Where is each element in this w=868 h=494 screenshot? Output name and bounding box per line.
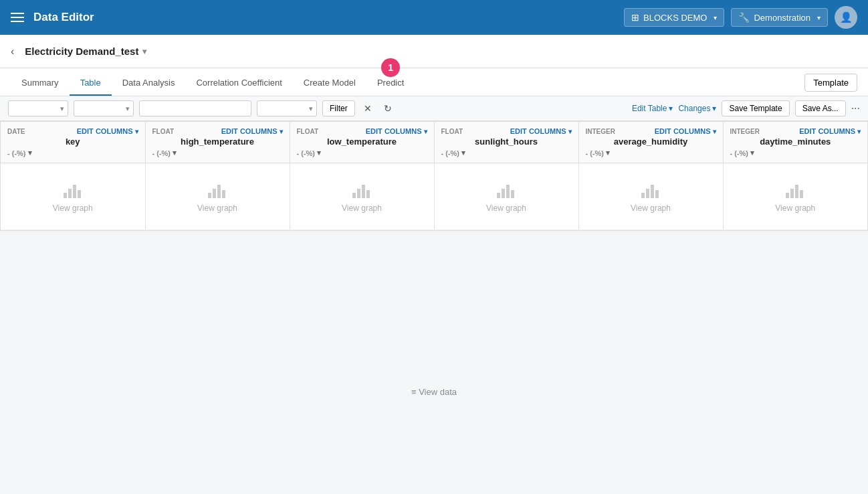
edit-columns-average_humidity[interactable]: Edit Columns ▾ xyxy=(655,127,716,135)
graph-cell-sunlight_hours[interactable]: View graph xyxy=(434,163,578,230)
refresh-button[interactable]: ↻ xyxy=(381,101,395,116)
hamburger-menu[interactable] xyxy=(11,13,24,22)
edit-columns-low_temperature[interactable]: Edit Columns ▾ xyxy=(366,127,427,135)
dataset-dropdown-arrow[interactable]: ▾ xyxy=(142,47,146,56)
save-template-button[interactable]: Save Template xyxy=(722,100,789,116)
app-title: Data Editor xyxy=(33,11,94,24)
col-type-key: DATE xyxy=(7,128,25,135)
chart-icon xyxy=(62,181,84,199)
tab-summary[interactable]: Summary xyxy=(11,71,70,96)
filter-select-3-wrap xyxy=(257,100,317,116)
svg-rect-1 xyxy=(68,189,72,198)
clear-filter-button[interactable]: ✕ xyxy=(360,101,375,116)
tab-data-analysis[interactable]: Data Analysis xyxy=(112,71,186,96)
view-graph-label: View graph xyxy=(631,203,671,213)
tab-create-model[interactable]: Create Model xyxy=(293,71,366,96)
more-options-button[interactable]: ··· xyxy=(851,102,860,114)
graph-cell-low_temperature[interactable]: View graph xyxy=(290,163,434,230)
svg-rect-15 xyxy=(511,190,514,198)
tabs-bar: Summary Table Data Analysis Correlation … xyxy=(0,68,868,96)
tab-predict[interactable]: 1 Predict xyxy=(366,56,415,96)
demonstration-pill[interactable]: 🔧 Demonstration ▾ xyxy=(731,8,828,27)
view-graph-label: View graph xyxy=(342,203,382,213)
chart-icon xyxy=(351,181,372,199)
svg-rect-17 xyxy=(646,189,649,198)
main-area: DATE Edit Columns ▾ key - (-%) ▾ FLOAT E… xyxy=(0,121,868,494)
filter-text-input[interactable] xyxy=(139,100,251,116)
col-name-low_temperature: low_temperature xyxy=(297,137,427,147)
filter-select-1[interactable] xyxy=(8,100,68,116)
blocks-demo-label: BLOCKS DEMO xyxy=(643,13,707,23)
col-type-high_temperature: FLOAT xyxy=(152,128,175,135)
filter-button[interactable]: Filter xyxy=(322,100,355,116)
svg-rect-20 xyxy=(786,193,789,198)
blocks-icon: ⊞ xyxy=(631,12,639,23)
col-type-low_temperature: FLOAT xyxy=(297,128,319,135)
changes-chevron: ▾ xyxy=(712,104,716,113)
col-header-sunlight_hours: FLOAT Edit Columns ▾ sunlight_hours - (-… xyxy=(434,122,578,163)
svg-rect-16 xyxy=(641,193,645,198)
filter-select-3[interactable] xyxy=(257,100,317,116)
demonstration-chevron: ▾ xyxy=(817,14,821,21)
col-header-average_humidity: INTEGER Edit Columns ▾ average_humidity … xyxy=(578,122,723,163)
top-nav: Data Editor ⊞ BLOCKS DEMO ▾ 🔧 Demonstrat… xyxy=(0,0,868,35)
tab-table[interactable]: Table xyxy=(70,71,112,96)
toolbar: Filter ✕ ↻ Edit Table ▾ Changes ▾ Save T… xyxy=(0,96,868,121)
chart-icon xyxy=(640,181,661,199)
col-name-daytime_minutes: daytime_minutes xyxy=(730,137,861,147)
col-stats-dd-low_temperature[interactable]: ▾ xyxy=(317,149,321,157)
svg-rect-10 xyxy=(362,185,365,198)
table-wrapper: DATE Edit Columns ▾ key - (-%) ▾ FLOAT E… xyxy=(0,121,868,231)
col-stats-dd-key[interactable]: ▾ xyxy=(28,149,32,157)
sub-nav: ‹ Electricity Demand_test ▾ xyxy=(0,35,868,68)
view-graph-label: View graph xyxy=(486,203,526,213)
col-stats-dd-sunlight_hours[interactable]: ▾ xyxy=(461,149,465,157)
blocks-demo-chevron: ▾ xyxy=(714,14,717,21)
graph-cell-key[interactable]: View graph xyxy=(1,163,145,230)
edit-columns-high_temperature[interactable]: Edit Columns ▾ xyxy=(221,127,283,135)
svg-rect-11 xyxy=(366,190,370,198)
col-type-daytime_minutes: INTEGER xyxy=(730,128,760,135)
back-button[interactable]: ‹ xyxy=(11,46,14,58)
chart-icon xyxy=(207,181,228,199)
col-header-high_temperature: FLOAT Edit Columns ▾ high_temperature - … xyxy=(145,122,290,163)
edit-table-button[interactable]: Edit Table ▾ xyxy=(632,104,673,113)
predict-badge: 1 xyxy=(381,58,400,77)
view-data-link[interactable]: ≡ View data xyxy=(411,387,457,397)
svg-rect-8 xyxy=(352,193,356,198)
svg-rect-18 xyxy=(651,185,654,198)
edit-columns-key[interactable]: Edit Columns ▾ xyxy=(77,127,138,135)
col-type-average_humidity: INTEGER xyxy=(586,128,615,135)
svg-rect-6 xyxy=(217,185,221,198)
save-as-button[interactable]: Save As... xyxy=(795,100,846,116)
col-stats-dd-daytime_minutes[interactable]: ▾ xyxy=(750,149,754,157)
graph-cell-average_humidity[interactable]: View graph xyxy=(578,163,723,230)
template-button[interactable]: Template xyxy=(804,74,857,92)
graph-cell-daytime_minutes[interactable]: View graph xyxy=(723,163,867,230)
graph-cell-high_temperature[interactable]: View graph xyxy=(145,163,290,230)
changes-button[interactable]: Changes ▾ xyxy=(678,104,716,113)
col-name-average_humidity: average_humidity xyxy=(586,137,716,147)
svg-rect-22 xyxy=(795,185,798,198)
tab-correlation-coefficient[interactable]: Correlation Coefficient xyxy=(185,71,292,96)
avatar-icon: 👤 xyxy=(840,11,853,23)
svg-rect-19 xyxy=(655,190,659,198)
edit-columns-daytime_minutes[interactable]: Edit Columns ▾ xyxy=(799,127,861,135)
edit-columns-sunlight_hours[interactable]: Edit Columns ▾ xyxy=(510,127,572,135)
wrench-icon: 🔧 xyxy=(738,12,750,23)
filter-select-2[interactable] xyxy=(74,100,134,116)
svg-rect-4 xyxy=(208,193,211,198)
svg-rect-13 xyxy=(502,189,505,198)
empty-area: ≡ View data xyxy=(0,231,868,494)
svg-rect-5 xyxy=(213,189,216,198)
col-name-high_temperature: high_temperature xyxy=(152,137,283,147)
avatar[interactable]: 👤 xyxy=(835,6,857,29)
filter-select-1-wrap xyxy=(8,100,68,116)
blocks-demo-pill[interactable]: ⊞ BLOCKS DEMO ▾ xyxy=(624,8,724,27)
col-header-key: DATE Edit Columns ▾ key - (-%) ▾ xyxy=(1,122,145,163)
col-stats-dd-high_temperature[interactable]: ▾ xyxy=(173,149,177,157)
dataset-name: Electricity Demand_test ▾ xyxy=(25,46,146,57)
col-stats-dd-average_humidity[interactable]: ▾ xyxy=(606,149,610,157)
svg-rect-2 xyxy=(73,185,76,198)
col-header-daytime_minutes: INTEGER Edit Columns ▾ daytime_minutes -… xyxy=(723,122,867,163)
